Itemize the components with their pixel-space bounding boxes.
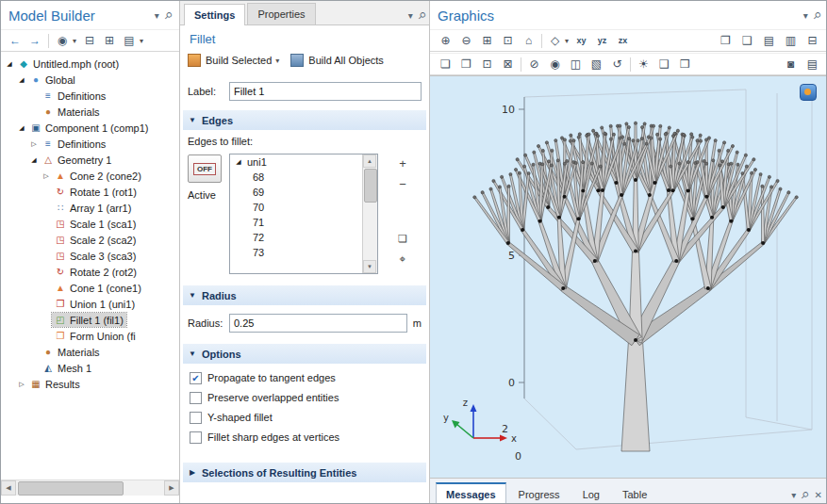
transparency-icon[interactable]: ◫ <box>568 56 584 73</box>
section-closed-icon[interactable]: ▶ <box>183 468 202 477</box>
tab-settings[interactable]: Settings <box>184 4 245 25</box>
view-menu-icon[interactable]: ◇ <box>547 32 563 49</box>
view-zx-icon[interactable]: zx <box>615 32 631 49</box>
graphics-canvas[interactable]: 10 5 0 2 0 z y x <box>430 75 827 479</box>
edge-item[interactable]: 71 <box>230 215 377 230</box>
expand-arrow-icon[interactable]: ◢ <box>234 158 243 166</box>
tree-item-rotate2[interactable]: ↻Rotate 2 (rot2) <box>1 264 179 280</box>
tree-item-scale3[interactable]: ◳Scale 3 (sca3) <box>1 248 179 264</box>
print-icon[interactable]: ▤ <box>804 56 820 73</box>
expand-arrow-icon[interactable]: ◢ <box>16 76 27 84</box>
paste-selection-icon[interactable]: ❏ <box>393 229 412 248</box>
edge-item[interactable]: 68 <box>230 170 377 185</box>
tree-item-cone2[interactable]: ▷▲Cone 2 (cone2) <box>1 168 179 184</box>
tree-item-results[interactable]: ▷▦Results <box>1 376 179 392</box>
edges-list-scrollbar[interactable]: ▲ ▼ <box>362 154 377 273</box>
expand-arrow-icon[interactable]: ▷ <box>16 381 27 388</box>
scroll-left-icon[interactable]: ◀ <box>1 480 16 496</box>
build-all-objects-button[interactable]: Build All Objects <box>308 55 383 66</box>
scroll-down-icon[interactable]: ▼ <box>363 260 376 273</box>
tree-item-scale2[interactable]: ◳Scale 2 (sca2) <box>1 232 179 248</box>
tree-item-definitions-comp1[interactable]: ▷≡Definitions <box>1 136 179 152</box>
zoom-to-selection-icon[interactable]: ⌖ <box>393 250 412 268</box>
tree-item-materials-global[interactable]: ●Materials <box>1 104 179 120</box>
pin-icon[interactable]: ⚲ <box>799 489 811 501</box>
expand-arrow-icon[interactable]: ◢ <box>4 60 15 68</box>
zoom-in-icon[interactable]: ⊕ <box>438 32 454 49</box>
view-xy-icon[interactable]: xy <box>573 32 589 49</box>
edge-item[interactable]: 73 <box>230 245 377 260</box>
window-copy-icon[interactable]: ❐ <box>718 32 734 49</box>
tree-item-cone1[interactable]: ▲Cone 1 (cone1) <box>1 280 179 296</box>
tree-item-definitions-global[interactable]: ≡Definitions <box>1 88 179 104</box>
tree-item-geometry1[interactable]: ◢△Geometry 1 <box>1 152 179 168</box>
scroll-up-icon[interactable]: ▲ <box>363 154 376 168</box>
edges-list-parent[interactable]: ◢ uni1 <box>230 154 377 170</box>
forward-icon[interactable]: → <box>28 34 41 47</box>
tab-properties[interactable]: Properties <box>247 3 315 24</box>
expand-arrow-icon[interactable]: ▷ <box>41 172 52 180</box>
tree-item-fillet1[interactable]: ◰Fillet 1 (fil1) <box>1 312 179 328</box>
tree-item-union1[interactable]: ❐Union 1 (uni1) <box>1 296 179 312</box>
section-open-icon[interactable]: ▼ <box>183 350 202 358</box>
tree-item-mesh1[interactable]: ◭Mesh 1 <box>1 360 179 376</box>
tree-item-global[interactable]: ◢●Global <box>1 72 179 88</box>
expand-arrow-icon[interactable]: ◢ <box>16 124 27 132</box>
panel-menu-icon[interactable]: ▾ <box>408 10 413 21</box>
show-dropdown-icon[interactable]: ▾ <box>73 37 76 45</box>
select-box-icon[interactable]: ⊡ <box>479 56 495 73</box>
view-yz-icon[interactable]: yz <box>594 32 610 49</box>
collapse-all-icon[interactable]: ⊟ <box>83 34 96 47</box>
settings-dropdown-icon[interactable]: ▾ <box>140 37 143 45</box>
horizontal-scrollbar[interactable]: ◀ ▶ <box>1 480 179 496</box>
graphics-context-icon[interactable] <box>800 84 817 101</box>
hide-selected-icon[interactable]: ⊘ <box>526 56 542 73</box>
checkbox-icon[interactable] <box>190 412 202 424</box>
reset-hiding-icon[interactable]: ↺ <box>609 56 625 73</box>
show-icon[interactable]: ◉ <box>56 34 69 47</box>
tab-log[interactable]: Log <box>572 484 610 504</box>
pin-icon[interactable]: ⚲ <box>162 9 174 22</box>
scroll-right-icon[interactable]: ▶ <box>164 480 179 496</box>
active-toggle-button[interactable]: OFF <box>188 154 222 183</box>
view-dropdown-icon[interactable]: ▾ <box>565 37 569 45</box>
tree-item-form-union[interactable]: ❐Form Union (fi <box>1 328 179 344</box>
image-snapshot-icon[interactable]: ❏ <box>438 56 454 73</box>
checkbox-icon[interactable] <box>190 431 202 444</box>
window-tile-icon[interactable]: ▤ <box>761 32 777 49</box>
edges-section-header[interactable]: ▼ Edges <box>183 110 426 130</box>
checkbox-fillet-sharp-edges[interactable]: Fillet sharp edges at vertices <box>190 430 339 445</box>
tree-item-array1[interactable]: ∷Array 1 (arr1) <box>1 200 179 216</box>
checkbox-preserve-overlapped[interactable]: Preserve overlapped entities <box>190 390 339 405</box>
wireframe-icon[interactable]: ▧ <box>588 56 604 73</box>
tree-item-root[interactable]: ◢◆Untitled.mph (root) <box>1 56 179 72</box>
checkbox-icon[interactable] <box>190 392 202 404</box>
plot-window-2-icon[interactable]: ❒ <box>677 56 693 73</box>
plot-window-icon[interactable]: ❑ <box>656 56 672 73</box>
tree-item-rotate1[interactable]: ↻Rotate 1 (rot1) <box>1 184 179 200</box>
expand-all-icon[interactable]: ⊞ <box>103 34 116 47</box>
radius-section-header[interactable]: ▼ Radius <box>183 285 426 305</box>
scrollbar-thumb[interactable] <box>18 481 124 496</box>
tree-item-materials-comp1[interactable]: ●Materials <box>1 344 179 360</box>
scene-light-icon[interactable]: ☀ <box>636 56 652 73</box>
expand-arrow-icon[interactable]: ▷ <box>28 140 40 148</box>
edges-list[interactable]: ◢ uni1 68 69 70 71 72 73 ▲ ▼ <box>229 154 378 274</box>
tab-table[interactable]: Table <box>612 484 657 504</box>
checkbox-y-shaped-fillet[interactable]: Y-shaped fillet <box>190 410 273 425</box>
panel-menu-icon[interactable]: ▾ <box>791 490 796 500</box>
deselect-icon[interactable]: ⊠ <box>500 56 516 73</box>
zoom-out-icon[interactable]: ⊖ <box>458 32 474 49</box>
window-new-icon[interactable]: ❑ <box>739 32 755 49</box>
default-view-icon[interactable]: ⌂ <box>521 32 537 49</box>
panel-menu-icon[interactable]: ▾ <box>803 10 808 21</box>
show-hidden-icon[interactable]: ◉ <box>547 56 563 73</box>
checkbox-icon[interactable]: ✔ <box>190 372 202 384</box>
tree-item-scale1[interactable]: ◳Scale 1 (sca1) <box>1 216 179 232</box>
copy-image-icon[interactable]: ❐ <box>458 56 474 73</box>
tree-item-component1[interactable]: ◢▣Component 1 (comp1) <box>1 120 179 136</box>
remove-from-selection-icon[interactable]: − <box>393 174 412 193</box>
window-dock-icon[interactable]: ⊟ <box>804 32 820 49</box>
build-selected-dropdown-icon[interactable]: ▾ <box>275 57 279 65</box>
pin-icon[interactable]: ⚲ <box>811 9 823 22</box>
